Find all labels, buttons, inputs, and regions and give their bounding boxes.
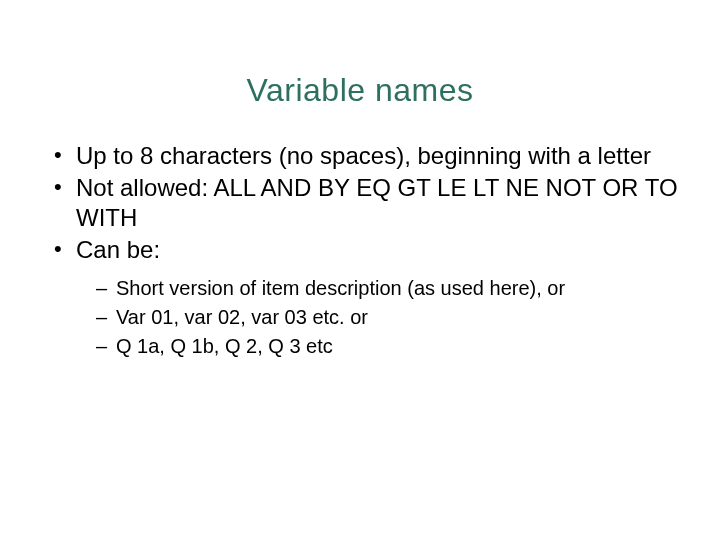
bullet-text: Can be:	[76, 236, 160, 263]
bullet-item: Can be: Short version of item descriptio…	[52, 235, 680, 360]
slide-content: Up to 8 characters (no spaces), beginnin…	[0, 141, 720, 360]
bullet-item: Not allowed: ALL AND BY EQ GT LE LT NE N…	[52, 173, 680, 233]
slide-title: Variable names	[0, 72, 720, 109]
slide: Variable names Up to 8 characters (no sp…	[0, 72, 720, 540]
bullet-list: Up to 8 characters (no spaces), beginnin…	[52, 141, 680, 360]
sub-bullet-item: Short version of item description (as us…	[94, 275, 680, 302]
sub-bullet-list: Short version of item description (as us…	[94, 275, 680, 360]
bullet-item: Up to 8 characters (no spaces), beginnin…	[52, 141, 680, 171]
sub-bullet-item: Var 01, var 02, var 03 etc. or	[94, 304, 680, 331]
sub-bullet-item: Q 1a, Q 1b, Q 2, Q 3 etc	[94, 333, 680, 360]
